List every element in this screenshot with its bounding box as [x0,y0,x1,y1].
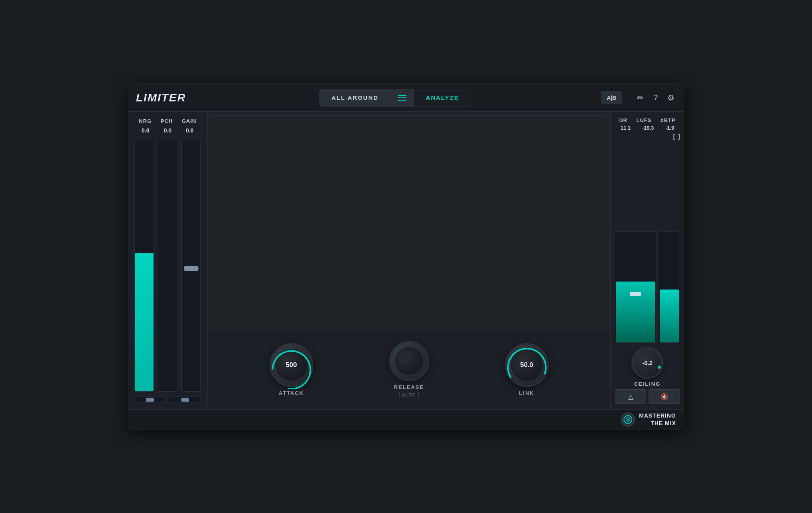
gain-value: 0.0 [186,127,193,134]
ceiling-buttons: △ 🔇 [615,389,680,404]
top-center: ALL AROUND ANALYZE [202,89,589,107]
controls-row: 500 ATTACK RELEASE [208,330,610,409]
attack-knob[interactable]: 500 [270,343,313,387]
top-bar: LIMITER ALL AROUND ANALYZE A|B ✏ ? ⚙ [128,84,684,112]
mute-icon: 🔇 [660,393,668,400]
brackets-row: [ ] [615,133,680,140]
gain-fader[interactable] [181,140,201,392]
lufs-label: LUFS [636,117,651,123]
hamburger-line [398,100,406,101]
attack-label: ATTACK [279,390,304,396]
release-label: RELEASE [394,384,424,390]
svg-point-2 [389,341,429,381]
ceiling-section: -0.2 CEILING △ 🔇 [615,347,680,404]
divider [629,91,629,105]
right-meters-area [615,143,680,343]
right-meter-values: 11.1 -19.3 -1.9 [615,125,680,131]
brand-icon [621,412,635,427]
attack-group: 500 ATTACK [270,343,313,396]
link-group: 50.0 LINK [505,343,549,396]
nrg-fader[interactable] [134,140,154,392]
nrg-value: 0.0 [142,127,149,134]
bracket-right: ] [678,133,680,140]
release-group: RELEASE AUTO [389,341,429,398]
preset-button[interactable]: ALL AROUND [319,89,390,107]
link-ring-svg [503,341,551,389]
mini-fader-1[interactable] [134,396,166,403]
center-panel: 500 ATTACK RELEASE [208,112,610,409]
bracket-left: [ [673,133,675,140]
faders-row [134,140,201,392]
dbtp-meter[interactable] [659,231,680,343]
nrg-label: NRG [139,118,152,124]
waveform-wrapper [208,112,610,330]
hamburger-button[interactable] [390,89,414,107]
help-button[interactable]: ? [652,91,659,104]
ceiling-label: CEILING [634,381,661,387]
lufs-meter[interactable] [615,231,657,343]
pch-label: PCH [161,118,173,124]
release-sublabel: AUTO [399,392,418,398]
ceiling-knob[interactable]: -0.2 [631,347,663,379]
meters-header: NRG PCH GAIN [134,118,201,124]
svg-point-8 [627,419,629,420]
tune-button[interactable]: △ [615,389,646,404]
mute-button[interactable]: 🔇 [649,389,680,404]
hamburger-line [398,95,406,96]
main-content: NRG PCH GAIN 0.0 0.0 0.0 [128,112,684,409]
release-ring-svg [387,339,431,383]
plugin-title: LIMITER [136,91,186,104]
link-label: LINK [519,390,534,396]
pch-fader[interactable] [158,140,177,392]
svg-point-4 [632,347,663,379]
link-knob[interactable]: 50.0 [505,343,549,387]
right-meters-header: DR LUFS dBTP [615,117,680,123]
dbtp-value: -1.9 [665,125,674,131]
brand-text: MASTERING THE MIX [639,412,676,426]
brand-line2: THE MIX [639,420,676,427]
gain-label: GAIN [182,118,196,124]
ceiling-ring [630,346,664,380]
lufs-value: -19.3 [642,125,654,131]
pch-value: 0.0 [164,127,171,134]
waveform-area [211,115,607,116]
brand-svg [623,415,633,424]
settings-button[interactable]: ⚙ [666,91,676,104]
left-panel: NRG PCH GAIN 0.0 0.0 0.0 [128,112,208,409]
svg-point-5 [658,365,660,368]
brand-line1: MASTERING [639,412,676,419]
dr-label: DR [619,117,627,123]
top-right: A|B ✏ ? ⚙ [601,91,676,105]
bottom-bar: MASTERING THE MIX [128,409,684,429]
release-knob[interactable] [389,341,429,381]
dbtp-label: dBTP [660,117,676,123]
dr-value: 11.1 [620,125,630,131]
pencil-button[interactable]: ✏ [635,91,645,104]
mini-fader-2[interactable] [170,396,201,403]
right-panel: DR LUFS dBTP 11.1 -19.3 -1.9 [ ] [610,112,684,409]
meter-values: 0.0 0.0 0.0 [134,127,201,134]
analyze-button[interactable]: ANALYZE [414,89,471,107]
bottom-faders [134,396,201,403]
ab-button[interactable]: A|B [601,91,622,104]
attack-ring-svg [268,341,315,389]
brand-logo: MASTERING THE MIX [621,412,676,426]
svg-point-3 [505,344,548,386]
hamburger-line [398,97,406,98]
